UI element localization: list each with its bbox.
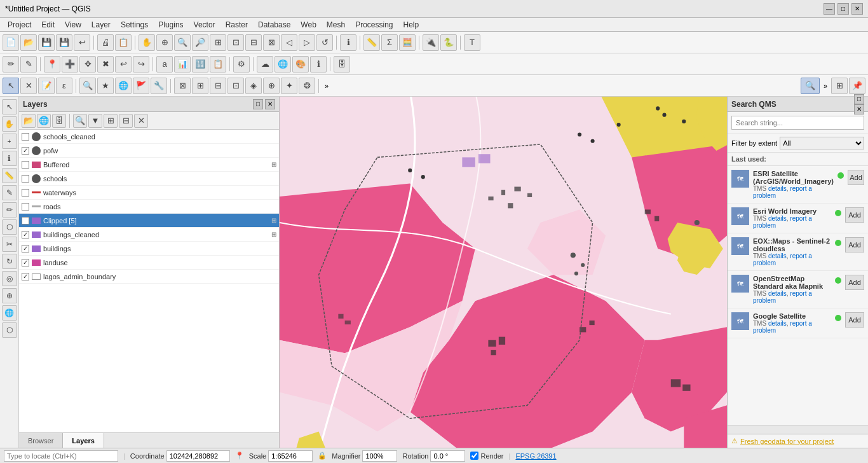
rotation-input[interactable] bbox=[430, 450, 465, 462]
identify-tool[interactable]: ℹ bbox=[2, 151, 17, 166]
add-feature-button[interactable]: ➕ bbox=[62, 56, 78, 73]
move-feature-button[interactable]: ✥ bbox=[79, 56, 96, 73]
layer-checkbox-roads[interactable] bbox=[22, 203, 29, 211]
zoom-control[interactable]: 🔍 bbox=[801, 78, 820, 94]
map-tool-4[interactable]: ⊡ bbox=[227, 78, 244, 94]
digitize-button[interactable]: 📍 bbox=[44, 56, 60, 73]
filter-extent-select[interactable]: All bbox=[780, 137, 864, 149]
layer-checkbox-schools-cleaned[interactable] bbox=[22, 133, 29, 141]
layer-item-clipped5[interactable]: ✓ Clipped [5] ⊞ bbox=[19, 214, 279, 228]
redo-button[interactable]: ↪ bbox=[133, 56, 149, 73]
zoom-last-button[interactable]: ◁ bbox=[281, 34, 297, 51]
menu-settings[interactable]: Settings bbox=[116, 19, 153, 31]
map-tool-2[interactable]: ⊞ bbox=[192, 78, 208, 94]
layer-checkbox-buildings[interactable]: ✓ bbox=[22, 245, 29, 252]
fill-ring-tool[interactable]: ◎ bbox=[2, 271, 17, 286]
pan-to-selection-button[interactable]: ⊕ bbox=[156, 34, 173, 51]
globe-button[interactable]: 🌐 bbox=[115, 78, 132, 94]
menu-vector[interactable]: Vector bbox=[189, 19, 220, 31]
layers-panel-float[interactable]: □ bbox=[253, 99, 263, 109]
qms-details-google[interactable]: details bbox=[768, 320, 787, 327]
identify-button[interactable]: ℹ bbox=[340, 34, 356, 51]
annotation-button[interactable]: 📌 bbox=[849, 78, 865, 94]
select-by-expression-button[interactable]: ε bbox=[56, 78, 72, 94]
magnifier-input[interactable] bbox=[362, 450, 397, 462]
print-report-button[interactable]: 📋 bbox=[115, 34, 132, 51]
menu-edit[interactable]: Edit bbox=[36, 19, 60, 31]
qms-details-esri-world[interactable]: details bbox=[768, 215, 787, 222]
zoom-out-button[interactable]: 🔎 bbox=[192, 34, 208, 51]
menu-project[interactable]: Project bbox=[3, 19, 36, 31]
zoom-layer-button[interactable]: ⊟ bbox=[245, 34, 262, 51]
info-button[interactable]: ℹ bbox=[310, 56, 327, 73]
zoom-in-button[interactable]: 🔍 bbox=[174, 34, 191, 51]
layer-item-buildings[interactable]: ✓ buildings bbox=[19, 242, 279, 256]
minimize-button[interactable]: — bbox=[824, 3, 835, 15]
undo-button[interactable]: ↩ bbox=[115, 56, 132, 73]
fav-button[interactable]: ★ bbox=[97, 78, 114, 94]
python-button[interactable]: 🐍 bbox=[440, 34, 457, 51]
attribute-table-button[interactable]: 📊 bbox=[174, 56, 191, 73]
3d-tool[interactable]: ⬡ bbox=[2, 322, 17, 338]
rotate-tool[interactable]: ↻ bbox=[2, 254, 17, 269]
menu-database[interactable]: Database bbox=[253, 19, 295, 31]
refresh-button[interactable]: ↺ bbox=[316, 34, 333, 51]
qms-panel-float[interactable]: □ bbox=[854, 94, 864, 104]
qms-add-esri-satellite[interactable]: Add bbox=[848, 170, 864, 185]
map-tool-7[interactable]: ✦ bbox=[281, 78, 297, 94]
fresh-geodata-link[interactable]: Fresh geodata for your project bbox=[740, 438, 834, 445]
text-label-button[interactable]: T bbox=[464, 34, 480, 51]
qgis-cloud-button[interactable]: ☁ bbox=[257, 56, 273, 73]
delete-feature-button[interactable]: ✖ bbox=[97, 56, 114, 73]
measure-tool[interactable]: 📏 bbox=[2, 168, 17, 183]
layer-item-lagos[interactable]: ✓ lagos_admin_boundary bbox=[19, 270, 279, 284]
layer-clipped5-expand[interactable]: ⊞ bbox=[271, 217, 276, 224]
layer-buildings-cleaned-expand[interactable]: ⊞ bbox=[271, 231, 276, 238]
layer-item-buildings-cleaned[interactable]: ✓ buildings_cleaned ⊞ bbox=[19, 228, 279, 242]
split-tool[interactable]: ✂ bbox=[2, 237, 17, 252]
digitize-tool[interactable]: ✏ bbox=[2, 202, 17, 218]
select-tool[interactable]: ↖ bbox=[2, 99, 17, 114]
select-by-form-button[interactable]: 📝 bbox=[38, 78, 55, 94]
statistics-button[interactable]: Σ bbox=[381, 34, 398, 51]
menu-view[interactable]: View bbox=[60, 19, 86, 31]
layers-panel-close[interactable]: ✕ bbox=[265, 99, 275, 109]
revert-button[interactable]: ↩ bbox=[74, 34, 90, 51]
coordinate-input[interactable] bbox=[166, 450, 230, 462]
zoom-selection-button[interactable]: ⊡ bbox=[227, 34, 244, 51]
style-manager-button[interactable]: 🎨 bbox=[292, 56, 309, 73]
qms-add-esri-world[interactable]: Add bbox=[845, 207, 864, 223]
pan-map-button[interactable]: ✋ bbox=[139, 34, 155, 51]
qms-details-esri-satellite[interactable]: details bbox=[768, 185, 787, 192]
plugins-button[interactable]: 🔌 bbox=[423, 34, 439, 51]
menu-help[interactable]: Help bbox=[398, 19, 424, 31]
zoom-rubber-band-button[interactable]: ⊞ bbox=[210, 34, 226, 51]
layer-item-pofw[interactable]: ✓ pofw bbox=[19, 144, 279, 158]
add-wms-layer[interactable]: 🌐 bbox=[37, 114, 51, 128]
node-tool[interactable]: ⬡ bbox=[2, 219, 17, 235]
expand-right-button[interactable]: » bbox=[821, 82, 830, 90]
layer-item-schools-cleaned[interactable]: schools_cleaned bbox=[19, 130, 279, 144]
menu-layer[interactable]: Layer bbox=[86, 19, 116, 31]
zoom-all-button[interactable]: ⊠ bbox=[263, 34, 280, 51]
qms-hscrollbar[interactable] bbox=[728, 425, 868, 434]
label-btn-a[interactable]: a bbox=[156, 56, 173, 73]
georeferencer-button[interactable]: ⊞ bbox=[831, 78, 848, 94]
processing-toolbox-button[interactable]: ⚙ bbox=[233, 56, 250, 73]
layer-item-roads[interactable]: roads bbox=[19, 200, 279, 214]
add-postgres-layer[interactable]: 🗄 bbox=[52, 114, 66, 128]
layer-item-landuse[interactable]: ✓ landuse bbox=[19, 256, 279, 270]
layer-buffered-expand[interactable]: ⊞ bbox=[271, 161, 276, 168]
pan-tool[interactable]: ✋ bbox=[2, 116, 17, 132]
add-ring-tool[interactable]: ⊕ bbox=[2, 288, 17, 303]
map-area[interactable] bbox=[280, 97, 727, 448]
menu-raster[interactable]: Raster bbox=[220, 19, 253, 31]
epsg-label[interactable]: EPSG:26391 bbox=[515, 452, 556, 460]
new-project-button[interactable]: 📄 bbox=[3, 34, 19, 51]
qms-add-eox[interactable]: Add bbox=[845, 237, 864, 252]
layer-checkbox-buildings-cleaned[interactable]: ✓ bbox=[22, 231, 29, 238]
open-project-button[interactable]: 📂 bbox=[20, 34, 37, 51]
zoom-in-tool[interactable]: + bbox=[2, 134, 17, 149]
menu-mesh[interactable]: Mesh bbox=[322, 19, 350, 31]
layer-checkbox-buffered[interactable] bbox=[22, 161, 29, 169]
